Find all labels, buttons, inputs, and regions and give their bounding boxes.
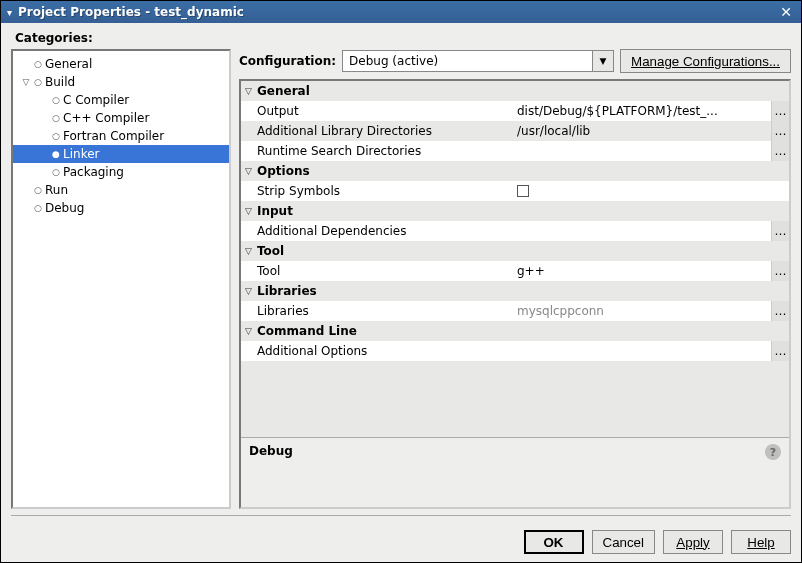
configuration-row: Configuration: Debug (active) ▼ Manage C… xyxy=(239,49,791,73)
prop-libraries[interactable]: Libraries mysqlcppconn … xyxy=(241,301,789,321)
prop-additional-options[interactable]: Additional Options … xyxy=(241,341,789,361)
tree-item-debug[interactable]: ○ Debug xyxy=(13,199,229,217)
group-general[interactable]: ▽General xyxy=(241,81,789,101)
browse-button[interactable]: … xyxy=(771,101,789,121)
disclosure-icon[interactable]: ▽ xyxy=(245,286,257,296)
group-tool[interactable]: ▽Tool xyxy=(241,241,789,261)
browse-button[interactable]: … xyxy=(771,261,789,281)
group-libraries[interactable]: ▽Libraries xyxy=(241,281,789,301)
tree-item-run[interactable]: ○ Run xyxy=(13,181,229,199)
configuration-value[interactable]: Debug (active) xyxy=(342,50,592,72)
prop-tool[interactable]: Tool g++ … xyxy=(241,261,789,281)
properties-panel: ▽General Output dist/Debug/${PLATFORM}/t… xyxy=(239,79,791,509)
prop-add-deps-value[interactable] xyxy=(513,221,771,241)
strip-symbols-checkbox[interactable] xyxy=(517,185,529,197)
prop-runtime-search-dirs-value[interactable] xyxy=(513,141,771,161)
description-title: Debug xyxy=(249,444,765,458)
manage-configurations-button[interactable]: Manage Configurations... xyxy=(620,49,791,73)
prop-strip-symbols[interactable]: Strip Symbols xyxy=(241,181,789,201)
window-menu-icon[interactable]: ▾ xyxy=(7,7,12,18)
prop-runtime-search-directories[interactable]: Runtime Search Directories … xyxy=(241,141,789,161)
configuration-label: Configuration: xyxy=(239,54,336,68)
chevron-down-icon[interactable]: ▽ xyxy=(19,77,33,87)
tree-item-cpp-compiler[interactable]: ○ C++ Compiler xyxy=(13,109,229,127)
categories-label: Categories: xyxy=(11,31,791,45)
disclosure-icon[interactable]: ▽ xyxy=(245,326,257,336)
categories-tree[interactable]: ○ General ▽○ Build ○ C Compiler ○ C++ Co… xyxy=(11,49,231,509)
prop-add-options-value[interactable] xyxy=(513,341,771,361)
tree-item-packaging[interactable]: ○ Packaging xyxy=(13,163,229,181)
apply-button[interactable]: Apply xyxy=(663,530,723,554)
group-input[interactable]: ▽Input xyxy=(241,201,789,221)
dialog-footer: OK Cancel Apply Help xyxy=(1,526,801,562)
prop-output[interactable]: Output dist/Debug/${PLATFORM}/test_... … xyxy=(241,101,789,121)
tree-item-build[interactable]: ▽○ Build xyxy=(13,73,229,91)
titlebar[interactable]: ▾ Project Properties - test_dynamic ✕ xyxy=(1,1,801,23)
configuration-combo[interactable]: Debug (active) ▼ xyxy=(342,50,614,72)
disclosure-icon[interactable]: ▽ xyxy=(245,246,257,256)
group-options[interactable]: ▽Options xyxy=(241,161,789,181)
prop-additional-dependencies[interactable]: Additional Dependencies … xyxy=(241,221,789,241)
chevron-down-icon[interactable]: ▼ xyxy=(592,50,614,72)
prop-output-value[interactable]: dist/Debug/${PLATFORM}/test_... xyxy=(513,101,771,121)
browse-button[interactable]: … xyxy=(771,141,789,161)
description-panel: Debug ? xyxy=(241,437,789,507)
tree-item-general[interactable]: ○ General xyxy=(13,55,229,73)
close-icon[interactable]: ✕ xyxy=(777,3,795,21)
browse-button[interactable]: … xyxy=(771,301,789,321)
disclosure-icon[interactable]: ▽ xyxy=(245,206,257,216)
tree-item-fortran-compiler[interactable]: ○ Fortran Compiler xyxy=(13,127,229,145)
window-title: Project Properties - test_dynamic xyxy=(18,5,777,19)
tree-item-c-compiler[interactable]: ○ C Compiler xyxy=(13,91,229,109)
disclosure-icon[interactable]: ▽ xyxy=(245,166,257,176)
project-properties-dialog: ▾ Project Properties - test_dynamic ✕ Ca… xyxy=(0,0,802,563)
browse-button[interactable]: … xyxy=(771,341,789,361)
tree-item-linker[interactable]: ● Linker xyxy=(13,145,229,163)
prop-add-lib-dirs-value[interactable]: /usr/local/lib xyxy=(513,121,771,141)
disclosure-icon[interactable]: ▽ xyxy=(245,86,257,96)
help-icon[interactable]: ? xyxy=(765,444,781,460)
prop-tool-value[interactable]: g++ xyxy=(513,261,771,281)
group-command-line[interactable]: ▽Command Line xyxy=(241,321,789,341)
browse-button[interactable]: … xyxy=(771,121,789,141)
browse-button[interactable]: … xyxy=(771,221,789,241)
prop-additional-library-directories[interactable]: Additional Library Directories /usr/loca… xyxy=(241,121,789,141)
help-button[interactable]: Help xyxy=(731,530,791,554)
content-area: Categories: ○ General ▽○ Build ○ C Compi… xyxy=(1,23,801,526)
cancel-button[interactable]: Cancel xyxy=(592,530,656,554)
ok-button[interactable]: OK xyxy=(524,530,584,554)
prop-libraries-value[interactable]: mysqlcppconn xyxy=(513,301,771,321)
